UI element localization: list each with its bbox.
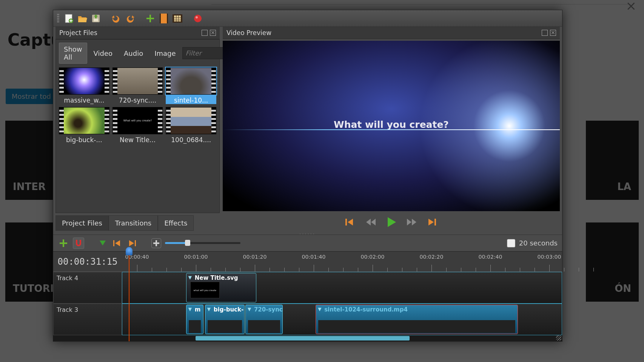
forward-button[interactable] [407,218,417,226]
add-button[interactable] [145,13,156,24]
project-file-item[interactable]: massive_w... [59,67,109,104]
video-editor-window: Project Files Show All Video Audio Image… [53,10,562,342]
filter-image[interactable]: Image [149,47,180,60]
bp-card: ÓN [586,222,639,302]
tab-transitions[interactable]: Transitions [109,215,158,231]
restore-icon[interactable] [202,30,208,36]
project-file-item[interactable]: 100_0684.... [166,107,216,144]
timeline-clip[interactable]: ▼big-buck- [205,305,245,334]
zoom-slider[interactable] [165,242,240,244]
tab-project-files[interactable]: Project Files [55,215,109,231]
timeline-track: Track 3▼m▼big-buck-▼720-sync.mp4▼sintel-… [53,304,562,335]
open-file-button[interactable] [77,13,88,24]
zoom-level-button[interactable] [507,239,515,247]
video-preview[interactable]: What will you create? [223,41,560,211]
svg-point-9 [196,16,198,18]
rewind-button[interactable] [366,218,376,226]
restore-icon[interactable] [542,30,548,36]
project-files-header: Project Files [55,27,220,39]
previous-marker-button[interactable] [112,238,123,249]
tab-effects[interactable]: Effects [158,215,194,231]
timeline-clip[interactable]: ▼720-sync.mp4 [245,305,283,334]
center-playhead-button[interactable] [151,238,161,248]
zoom-label: 20 seconds [519,239,558,247]
svg-rect-7 [174,15,181,21]
jump-end-button[interactable] [428,218,438,226]
jump-start-button[interactable] [345,218,355,226]
effect-strip-button[interactable] [158,13,169,24]
play-button[interactable] [387,217,396,227]
track-lane[interactable]: ▼New Title.svgwhat will you create [122,272,562,304]
timeline-track: Track 4▼New Title.svgwhat will you creat… [53,272,562,304]
bp-card: LA [586,121,639,200]
filter-video[interactable]: Video [89,47,117,60]
main-toolbar [53,10,562,27]
timeline-clip[interactable]: ▼sintel-1024-surround.mp4 [316,305,518,334]
timeline-clip[interactable]: ▼New Title.svgwhat will you create [186,273,256,302]
add-track-button[interactable] [58,238,69,249]
project-files-panel: Show All Video Audio Image massive_w...7… [55,39,220,213]
track-header[interactable]: Track 3 [53,304,122,335]
timeline-clip[interactable]: ▼m [186,305,204,334]
new-file-button[interactable] [63,13,74,24]
timeline-scrollbar[interactable] [53,335,562,341]
track-lane[interactable]: ▼m▼big-buck-▼720-sync.mp4▼sintel-1024-su… [122,304,562,335]
record-button[interactable] [192,13,203,24]
snap-button[interactable] [73,238,84,249]
svg-rect-12 [113,240,114,246]
timeline: 00:00:31:15 00:00:4000:01:0000:01:2000:0… [53,251,562,341]
svg-point-8 [194,15,202,22]
project-file-item[interactable]: 720-sync.... [112,67,163,104]
timeline-ruler[interactable]: 00:00:4000:01:0000:01:2000:01:4000:02:00… [122,252,562,272]
svg-rect-11 [434,219,436,225]
close-icon[interactable] [210,30,216,36]
filter-audio[interactable]: Audio [119,47,148,60]
playback-controls [223,213,560,231]
project-file-item[interactable]: big-buck-... [59,107,109,144]
show-all-button[interactable]: Mostrar tod [6,89,57,104]
svg-rect-3 [94,18,98,21]
undo-button[interactable] [111,13,122,24]
close-icon[interactable] [550,30,556,36]
save-button[interactable] [90,13,102,24]
project-file-item[interactable]: What will you create?New Title... [112,107,163,144]
playhead-time: 00:00:31:15 [53,252,122,272]
close-icon[interactable]: × [626,0,637,13]
preview-overlay-text: What will you create? [223,119,560,130]
project-file-item[interactable]: sintel-10... [166,67,216,104]
resize-grip[interactable] [556,335,561,341]
splitter-handle[interactable]: ...... [53,231,562,235]
filter-show-all[interactable]: Show All [59,43,87,64]
svg-rect-5 [161,14,167,23]
marker-button[interactable] [97,238,108,249]
redo-button[interactable] [124,13,136,24]
grip-icon [57,14,59,23]
effect-grid-button[interactable] [172,13,183,24]
svg-rect-13 [135,240,136,246]
svg-rect-10 [345,219,347,225]
video-preview-header: Video Preview [223,27,560,39]
track-header[interactable]: Track 4 [53,272,122,304]
playhead[interactable] [129,252,129,341]
